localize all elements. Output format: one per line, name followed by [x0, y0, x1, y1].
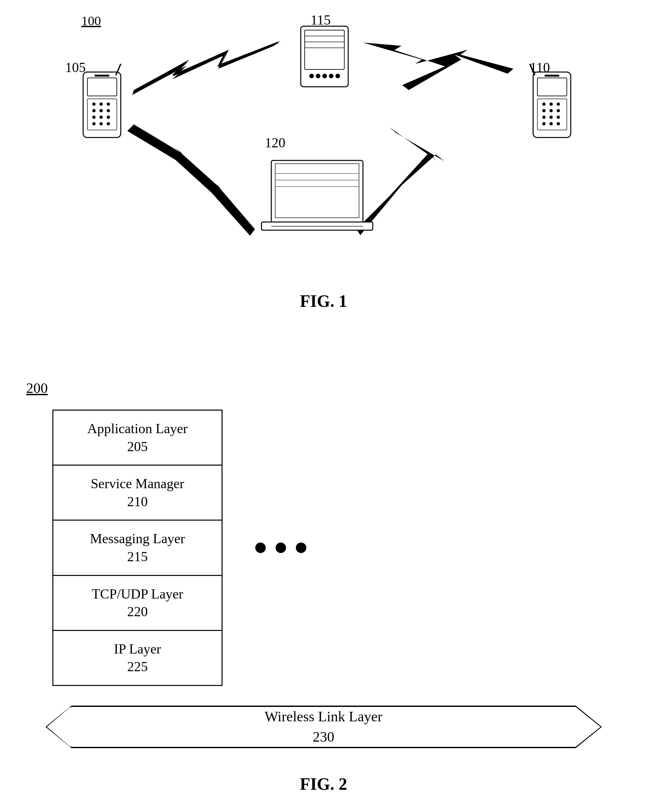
stack-row-0: Application Layer205 [53, 410, 222, 465]
svg-point-50 [557, 122, 560, 125]
wireless-layer-name: Wireless Link Layer [265, 708, 382, 725]
svg-point-18 [92, 116, 96, 119]
stack-row-4: IP Layer225 [53, 630, 222, 685]
svg-text:120: 120 [265, 135, 285, 150]
svg-marker-3 [356, 127, 444, 235]
svg-point-46 [550, 116, 553, 119]
svg-rect-57 [262, 222, 373, 230]
fig2-section: 200 Application Layer205Service Manager2… [0, 360, 647, 812]
svg-point-47 [557, 116, 560, 119]
arrow-right-chevron [575, 705, 602, 748]
svg-point-40 [550, 102, 553, 106]
fig2-caption: FIG. 2 [26, 774, 621, 794]
fig2-label-200: 200 [26, 380, 48, 397]
svg-marker-2 [127, 124, 255, 236]
wireless-layer-text: Wireless Link Layer 230 [265, 707, 382, 747]
svg-point-48 [542, 122, 545, 125]
fig1-label-100: 100 [82, 13, 101, 29]
fig1-diagram: 100 105 115 110 120 [62, 6, 586, 285]
fig1-section: 100 105 115 110 120 [0, 0, 647, 360]
svg-marker-1 [363, 43, 513, 90]
svg-line-36 [530, 64, 535, 75]
svg-point-14 [107, 102, 110, 106]
dot-1 [255, 543, 266, 553]
svg-point-12 [92, 102, 96, 106]
svg-rect-51 [545, 75, 559, 76]
svg-rect-35 [533, 72, 571, 137]
svg-line-9 [116, 64, 121, 75]
stack-row-1: Service Manager210 [53, 465, 222, 520]
svg-rect-38 [537, 99, 567, 130]
svg-point-21 [92, 122, 96, 125]
dot-3 [296, 543, 306, 553]
svg-rect-10 [87, 78, 117, 96]
fig1-connections-svg: 105 115 110 120 [62, 6, 586, 285]
svg-rect-25 [301, 26, 348, 87]
wireless-layer-body: Wireless Link Layer 230 [72, 705, 575, 748]
svg-point-42 [542, 109, 545, 112]
svg-point-19 [99, 116, 103, 119]
svg-point-13 [99, 102, 103, 106]
svg-point-17 [107, 109, 110, 112]
svg-rect-53 [275, 164, 359, 218]
svg-point-41 [557, 102, 560, 106]
svg-point-49 [550, 122, 553, 125]
dot-2 [276, 543, 286, 553]
svg-rect-37 [537, 78, 567, 96]
fig2-content: Application Layer205Service Manager210Me… [52, 410, 621, 686]
svg-point-39 [542, 102, 545, 106]
svg-point-43 [550, 109, 553, 112]
svg-point-31 [316, 74, 320, 78]
svg-rect-24 [94, 75, 109, 76]
svg-rect-11 [87, 99, 117, 130]
arrow-left-chevron [46, 705, 72, 748]
svg-text:105: 105 [65, 60, 86, 75]
svg-point-44 [557, 109, 560, 112]
wireless-layer-container: Wireless Link Layer 230 [46, 705, 602, 748]
svg-text:110: 110 [530, 60, 550, 75]
three-dots [255, 543, 306, 553]
svg-marker-64 [577, 708, 599, 746]
stack-table: Application Layer205Service Manager210Me… [52, 410, 222, 686]
svg-rect-52 [271, 160, 363, 223]
svg-point-20 [107, 116, 110, 119]
stack-row-3: TCP/UDP Layer220 [53, 575, 222, 630]
svg-text:115: 115 [311, 12, 330, 27]
svg-rect-26 [305, 30, 344, 69]
svg-point-34 [335, 74, 340, 78]
svg-point-33 [329, 74, 333, 78]
svg-rect-8 [83, 72, 121, 137]
svg-point-30 [309, 74, 314, 78]
svg-point-22 [99, 122, 103, 125]
fig1-caption: FIG. 1 [300, 292, 347, 311]
svg-marker-60 [47, 707, 72, 747]
svg-point-45 [542, 116, 545, 119]
wireless-arrow: Wireless Link Layer 230 [46, 705, 602, 748]
svg-point-32 [322, 74, 327, 78]
wireless-layer-number: 230 [313, 729, 335, 745]
svg-point-16 [99, 109, 103, 112]
svg-point-23 [107, 122, 110, 125]
svg-marker-0 [132, 41, 280, 95]
stack-row-2: Messaging Layer215 [53, 520, 222, 575]
svg-point-15 [92, 109, 96, 112]
